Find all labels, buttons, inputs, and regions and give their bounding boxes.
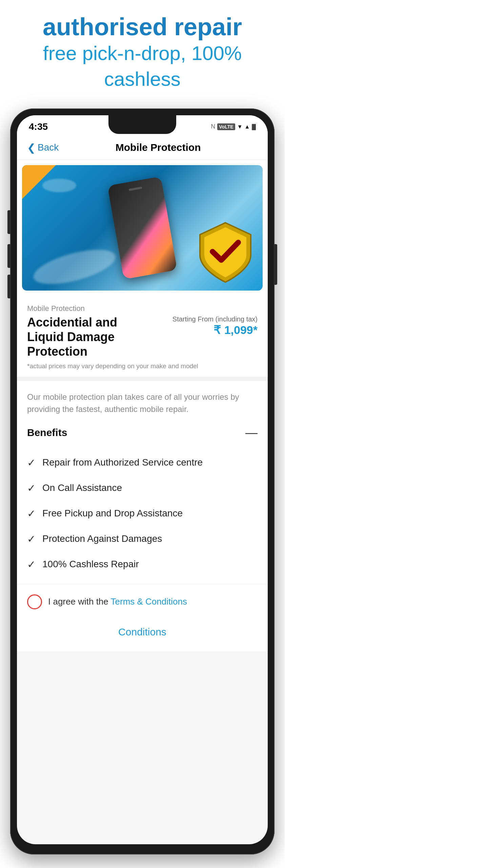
benefits-section: Benefits — ✓ Repair from Authorized Serv…	[17, 419, 268, 584]
status-bar: 4:35 🎵 ◎ / ✉ N VoLTE ▼ ▲ ▓	[17, 115, 268, 136]
page-title: Mobile Protection	[59, 142, 258, 153]
nfc-icon: N	[211, 123, 215, 130]
signal-icon: ▲	[244, 124, 250, 130]
terms-text: I agree with the Terms & Conditions	[48, 596, 187, 607]
phone-screen: 4:35 🎵 ◎ / ✉ N VoLTE ▼ ▲ ▓ ❮ Back Mobile…	[17, 115, 268, 844]
status-time: 4:35	[29, 121, 48, 132]
benefit-item-4: ✓ Protection Against Damages	[27, 526, 258, 552]
terms-checkbox[interactable]	[27, 594, 42, 609]
check-icon-5: ✓	[27, 558, 36, 570]
check-icon-2: ✓	[27, 482, 36, 494]
header-title-main: authorised repair	[10, 14, 274, 40]
benefit-text-5: 100% Cashless Repair	[42, 559, 139, 570]
nav-bar: ❮ Back Mobile Protection	[17, 136, 268, 160]
phone-silhouette	[107, 176, 177, 279]
benefits-title: Benefits	[27, 427, 67, 438]
collapse-icon[interactable]: —	[245, 426, 258, 440]
description-section: Our mobile protection plan takes care of…	[17, 381, 268, 419]
phone-water-image	[108, 177, 176, 279]
notch	[108, 115, 176, 134]
section-divider	[17, 377, 268, 381]
price-block: Starting From (including tax) ₹ 1,099*	[172, 315, 258, 337]
check-icon-4: ✓	[27, 533, 36, 545]
benefit-text-3: Free Pickup and Drop Assistance	[42, 508, 183, 519]
benefit-item-1: ✓ Repair from Authorized Service centre	[27, 450, 258, 475]
header-title-sub: free pick-n-drop, 100% cashless	[10, 40, 274, 92]
terms-prefix: I agree with the	[48, 596, 111, 607]
benefit-text-1: Repair from Authorized Service centre	[42, 457, 203, 468]
back-label: Back	[38, 142, 59, 153]
status-icons-right: N VoLTE ▼ ▲ ▓	[211, 123, 256, 130]
price-value: ₹ 1,099*	[172, 323, 258, 337]
shield-icon	[198, 219, 252, 284]
benefit-item-5: ✓ 100% Cashless Repair	[27, 552, 258, 577]
price-from-label: Starting From (including tax)	[172, 315, 258, 323]
terms-link[interactable]: Terms & Conditions	[111, 596, 187, 607]
top-header: authorised repair free pick-n-drop, 100%…	[0, 0, 285, 102]
benefit-text-2: On Call Assistance	[42, 482, 122, 493]
product-label: Mobile Protection	[27, 304, 258, 313]
battery-icon: ▓	[252, 124, 256, 130]
check-icon-3: ✓	[27, 508, 36, 519]
price-note: *actual prices may vary depending on you…	[27, 362, 258, 370]
product-card: Mobile Protection Accidential and Liquid…	[17, 296, 268, 377]
conditions-hint: Conditions	[17, 619, 268, 651]
phone-mockup: 4:35 🎵 ◎ / ✉ N VoLTE ▼ ▲ ▓ ❮ Back Mobile…	[10, 108, 274, 854]
hero-image	[22, 165, 263, 291]
back-button[interactable]: ❮ Back	[27, 142, 59, 154]
benefit-item-3: ✓ Free Pickup and Drop Assistance	[27, 501, 258, 526]
water-splash-1	[30, 243, 119, 291]
benefit-item-2: ✓ On Call Assistance	[27, 475, 258, 501]
benefit-text-4: Protection Against Damages	[42, 533, 162, 544]
volte-badge: VoLTE	[217, 123, 235, 130]
back-chevron-icon: ❮	[27, 142, 36, 154]
water-splash-2	[42, 179, 76, 192]
conditions-text: Conditions	[118, 626, 166, 637]
description-text: Our mobile protection plan takes care of…	[27, 391, 258, 415]
product-name: Accidential and Liquid Damage Protection	[27, 315, 156, 359]
hero-image-container	[17, 160, 268, 296]
product-info-row: Accidential and Liquid Damage Protection…	[27, 315, 258, 359]
terms-row: I agree with the Terms & Conditions	[17, 584, 268, 619]
benefits-header: Benefits —	[27, 426, 258, 440]
wifi-icon: ▼	[237, 124, 243, 130]
check-icon-1: ✓	[27, 457, 36, 469]
